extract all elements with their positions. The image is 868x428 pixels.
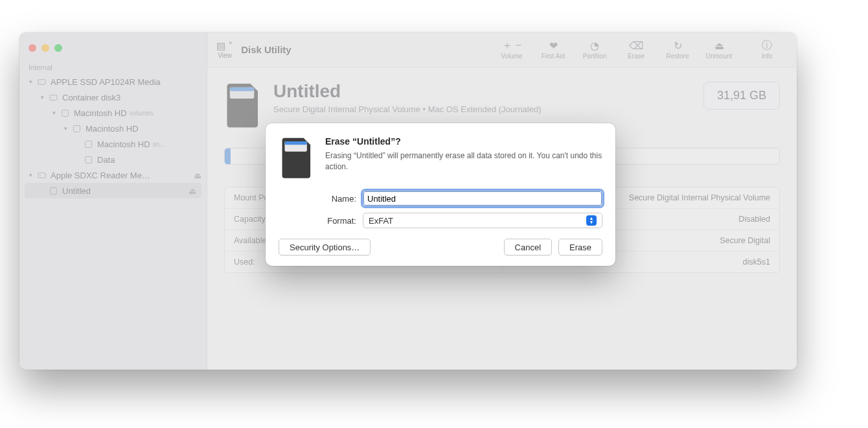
sd-card-icon [279,136,315,179]
toolbar-view[interactable]: ▤ ˅ View [216,41,233,59]
hard-disk-icon [36,170,47,180]
info-key: Used: [234,257,255,267]
window-controls [19,40,207,60]
app-title: Disk Utility [241,44,291,55]
tree-item-sdxc-reader[interactable]: ▾ Apple SDXC Reader Me… ⏏ [19,167,207,183]
info-key: Capacity: [234,215,268,224]
tree-item-macintosh-hd-volumes[interactable]: ▾ Macintosh HD volumes [19,105,207,121]
volume-icon [71,123,82,134]
info-key: Available: [234,236,269,245]
eject-icon[interactable]: ⏏ [188,186,196,196]
sidebar-toggle-icon: ▤ ˅ [216,41,233,51]
sd-card-icon [224,82,262,128]
tree-item-data[interactable]: Data [19,152,207,167]
tree-item-untitled[interactable]: Untitled ⏏ [25,183,201,198]
chevron-down-icon[interactable]: ▾ [62,125,69,132]
pie-chart-icon: ◔ [590,40,599,51]
tree-item-macintosh-hd-snapshot[interactable]: Macintosh HD sn… [19,136,207,152]
sidebar: Internal ▾ APPLE SSD AP1024R Media ▾ Con… [19,32,207,370]
toolbar-label: Info [762,53,773,60]
chevron-down-icon[interactable]: ▾ [27,78,34,85]
tree-item-label: Data [97,155,115,165]
tree-item-label: Macintosh HD [86,124,139,134]
erase-button[interactable]: Erase [558,239,602,256]
cancel-button[interactable]: Cancel [504,239,552,256]
disk-tree: ▾ APPLE SSD AP1024R Media ▾ Container di… [19,74,207,198]
security-options-button[interactable]: Security Options… [279,239,371,256]
volume-header: Untitled Secure Digital Internal Physica… [224,82,780,128]
dialog-message: Erasing “Untitled” will permanently eras… [325,150,602,172]
info-value: Disabled [738,215,770,224]
tree-item-label: Container disk3 [62,93,120,102]
name-label: Name: [279,194,363,204]
capacity-badge: 31,91 GB [703,82,780,110]
chevron-down-icon[interactable]: ▾ [27,172,34,178]
tree-item-label: Apple SDXC Reader Me… [51,171,150,180]
toolbar-label: Partition [583,53,607,60]
info-value: Secure Digital [720,236,770,245]
toolbar-first-aid[interactable]: ❤︎ First Aid [539,40,567,60]
toolbar-label: Erase [628,53,645,60]
toolbar-restore[interactable]: ↻ Restore [663,40,692,60]
toolbar: ▤ ˅ View Disk Utility ＋ − Volume ❤︎ Firs… [207,32,797,67]
info-icon: ⓘ [762,40,772,51]
tree-item-label: APPLE SSD AP1024R Media [51,77,161,87]
used-segment [225,149,231,164]
toolbar-unmount[interactable]: ⏏ Unmount [705,40,733,60]
select-arrows-icon: ▲▼ [586,215,597,226]
format-label: Format: [279,216,363,226]
eject-icon[interactable]: ⏏ [194,171,201,180]
toolbar-partition[interactable]: ◔ Partition [580,40,609,60]
volume-icon [83,139,93,149]
name-input[interactable] [363,191,602,206]
tree-item-macintosh-hd[interactable]: ▾ Macintosh HD [19,121,207,136]
unmount-icon: ⏏ [714,40,724,51]
tree-item-label: Macintosh HD [97,139,150,149]
toolbar-label: Unmount [706,53,733,60]
erase-icon: ⌫ [629,40,644,51]
stethoscope-icon: ❤︎ [549,40,558,51]
tree-item-tag: volumes [130,110,154,117]
tree-item-apple-ssd[interactable]: ▾ APPLE SSD AP1024R Media [19,74,207,89]
sidebar-section-label: Internal [19,60,207,74]
volume-icon [83,154,93,165]
format-select[interactable]: ExFAT ▲▼ [363,213,602,228]
close-window-button[interactable] [29,44,36,52]
zoom-window-button[interactable] [54,44,62,52]
hard-disk-icon [36,77,47,87]
volume-subtitle: Secure Digital Internal Physical Volume … [273,104,542,114]
container-icon [48,92,58,102]
volume-icon [60,108,70,118]
restore-icon: ↻ [674,40,682,51]
erase-dialog: Erase “Untitled”? Erasing “Untitled” wil… [266,123,615,266]
toolbar-erase[interactable]: ⌫ Erase [622,40,650,60]
tree-item-container-disk3[interactable]: ▾ Container disk3 [19,89,207,105]
volume-icon [48,185,58,196]
format-value: ExFAT [369,216,393,226]
chevron-down-icon[interactable]: ▾ [51,110,57,116]
minimize-window-button[interactable] [41,44,49,52]
toolbar-volume[interactable]: ＋ − Volume [497,40,526,60]
tree-item-label: Untitled [62,186,91,196]
toolbar-view-label: View [218,52,232,59]
tree-item-label: Macintosh HD [74,108,127,118]
toolbar-label: Volume [501,53,522,60]
tree-item-tag: sn… [153,141,166,148]
info-value: disk5s1 [743,257,770,267]
dialog-form: Name: Format: ExFAT ▲▼ [279,191,602,228]
volume-title: Untitled [273,82,542,102]
info-value: Secure Digital Internal Physical Volume [629,193,770,202]
dialog-title: Erase “Untitled”? [325,136,602,147]
plus-minus-icon: ＋ − [502,40,521,51]
toolbar-label: First Aid [542,53,565,60]
toolbar-info[interactable]: ⓘ Info [753,40,781,60]
chevron-down-icon[interactable]: ▾ [39,94,45,101]
toolbar-label: Restore [666,53,689,60]
